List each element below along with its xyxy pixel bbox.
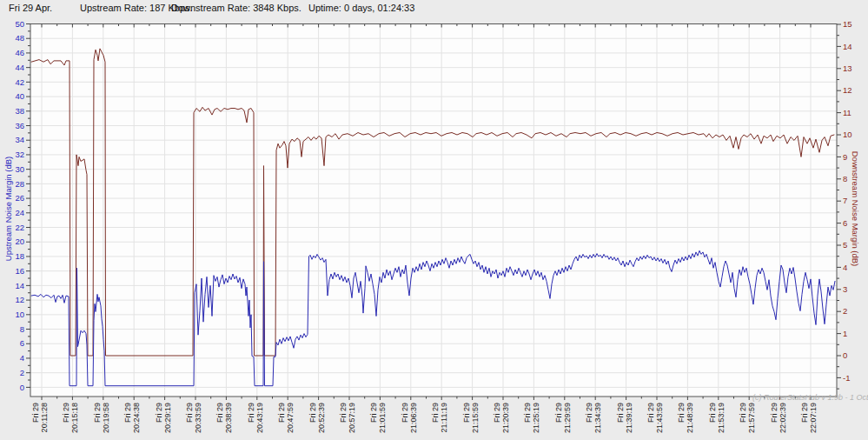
left-axis-tick-label: 22 <box>15 223 24 232</box>
right-axis-tick-label: 10 <box>843 130 852 139</box>
left-axis-tick-label: 24 <box>15 208 24 217</box>
right-axis-tick-label: 8 <box>843 174 847 183</box>
right-axis-tick-label: 1 <box>843 329 847 338</box>
x-label-time: 21:53:19 <box>717 403 726 433</box>
x-label-day: Fri 29 <box>62 403 70 423</box>
left-axis-tick-label: 28 <box>15 179 24 189</box>
x-label-day: Fri 29 <box>277 403 286 423</box>
x-label-day: Fri 29 <box>554 403 563 423</box>
left-axis-tick-label: 44 <box>15 63 24 72</box>
right-axis-tick-label: 3 <box>843 284 847 294</box>
x-label-time: 20:24:38 <box>132 403 141 433</box>
left-axis-tick-label: 26 <box>15 193 24 203</box>
x-label-day: Fri 29 <box>739 403 747 423</box>
x-label-time: 21:06:39 <box>409 403 418 433</box>
left-axis-tick-label: 12 <box>15 295 24 304</box>
left-axis-tick-label: 18 <box>15 251 24 261</box>
x-label-time: 20:38:39 <box>224 403 233 433</box>
x-label-time: 21:15:59 <box>471 403 480 433</box>
left-axis-tick-label: 16 <box>15 266 24 276</box>
x-label-time: 20:19:58 <box>102 403 110 433</box>
x-label-time: 21:43:59 <box>655 403 664 433</box>
x-label-time: 20:29:19 <box>163 403 172 433</box>
x-label-day: Fri 29 <box>123 403 132 423</box>
left-axis-tick-label: 38 <box>15 106 24 116</box>
x-label-day: Fri 29 <box>93 403 102 423</box>
x-label-day: Fri 29 <box>462 403 471 423</box>
x-label-day: Fri 29 <box>493 403 501 423</box>
x-label-time: 20:57:19 <box>348 403 356 433</box>
right-axis-tick-label: 13 <box>843 63 852 73</box>
right-axis-tick-label: 7 <box>843 196 847 205</box>
left-axis-tick-label: 20 <box>15 237 24 246</box>
plot-background <box>30 24 837 397</box>
x-label-day: Fri 29 <box>646 403 655 423</box>
x-label-day: Fri 29 <box>800 403 809 423</box>
x-label-day: Fri 29 <box>308 403 317 423</box>
x-label-day: Fri 29 <box>369 403 378 423</box>
right-axis-tick-label: 12 <box>843 85 852 95</box>
left-axis-tick-label: 0 <box>20 383 24 392</box>
left-axis-tick-label: 46 <box>15 48 24 57</box>
x-label-time: 22:07:19 <box>809 403 818 433</box>
right-axis-title: Downstream Noise Margin (dB) <box>851 151 860 267</box>
x-label-day: Fri 29 <box>616 403 625 423</box>
left-axis-tick-label: 30 <box>15 164 24 174</box>
x-label-time: 21:01:59 <box>378 403 387 433</box>
left-axis-tick-label: 32 <box>15 150 24 159</box>
x-label-time: 20:11:28 <box>40 403 49 432</box>
x-label-day: Fri 29 <box>431 403 440 423</box>
x-label-time: 21:48:39 <box>686 403 694 433</box>
right-axis-tick-label: 9 <box>843 152 847 162</box>
x-label-time: 20:15:18 <box>70 403 79 433</box>
left-axis-tick-label: 48 <box>15 33 24 43</box>
x-label-day: Fri 29 <box>677 403 686 423</box>
x-label-time: 21:34:39 <box>593 403 602 433</box>
x-label-time: 22:02:39 <box>779 403 787 433</box>
left-axis-title: Upstream Noise Margin (dB) <box>3 157 13 261</box>
left-axis-tick-label: 42 <box>15 77 24 87</box>
right-axis-tick-label: 4 <box>843 263 847 272</box>
left-axis-tick-label: 2 <box>20 368 24 377</box>
x-label-day: Fri 29 <box>247 403 255 423</box>
x-label-day: Fri 29 <box>523 403 532 423</box>
left-axis-tick-label: 4 <box>20 353 24 363</box>
x-label-time: 21:29:59 <box>563 403 572 433</box>
x-label-day: Fri 29 <box>401 403 409 423</box>
right-axis-tick-label: 5 <box>843 240 847 250</box>
right-axis-tick-label: 15 <box>843 19 852 29</box>
x-label-time: 21:39:19 <box>625 403 633 433</box>
left-axis-tick-label: 40 <box>15 91 24 101</box>
x-label-time: 21:25:19 <box>532 403 540 433</box>
routerstats-window: Fri 29 Apr. Upstream Rate: 187 Kbps. Dow… <box>0 0 868 440</box>
x-label-time: 20:52:39 <box>317 403 326 433</box>
right-axis-tick-label: 0 <box>843 350 847 360</box>
right-axis-tick-label: -1 <box>843 373 850 383</box>
x-label-time: 21:57:59 <box>747 403 756 433</box>
x-label-day: Fri 29 <box>185 403 194 423</box>
x-label-time: 21:20:39 <box>501 403 510 433</box>
x-label-day: Fri 29 <box>339 403 348 423</box>
x-label-day: Fri 29 <box>708 403 717 423</box>
left-axis-tick-label: 34 <box>15 135 24 144</box>
x-label-day: Fri 29 <box>585 403 593 423</box>
x-label-day: Fri 29 <box>215 403 224 423</box>
x-label-time: 20:47:59 <box>286 403 295 433</box>
left-axis-tick-label: 36 <box>15 121 24 130</box>
left-axis-tick-label: 50 <box>15 19 24 29</box>
x-label-day: Fri 29 <box>31 403 40 423</box>
right-axis-tick-label: 14 <box>843 42 852 51</box>
x-label-day: Fri 29 <box>155 403 163 423</box>
right-axis-tick-label: 6 <box>843 218 847 228</box>
left-axis-tick-label: 6 <box>20 338 24 348</box>
noise-margin-chart: 0246810121416182022242628303234363840424… <box>0 0 868 440</box>
left-axis-tick-label: 14 <box>15 281 24 290</box>
x-label-day: Fri 29 <box>770 403 779 423</box>
x-label-time: 20:33:59 <box>194 403 202 433</box>
x-label-time: 21:11:19 <box>440 403 448 432</box>
left-axis-tick-label: 10 <box>15 310 24 319</box>
watermark: (c) RouterStatsHub v 1.9b - 1 October 2 <box>752 393 868 402</box>
left-axis-tick-label: 8 <box>20 324 24 334</box>
x-label-time: 20:43:19 <box>255 403 264 433</box>
right-axis-tick-label: 11 <box>843 108 851 117</box>
